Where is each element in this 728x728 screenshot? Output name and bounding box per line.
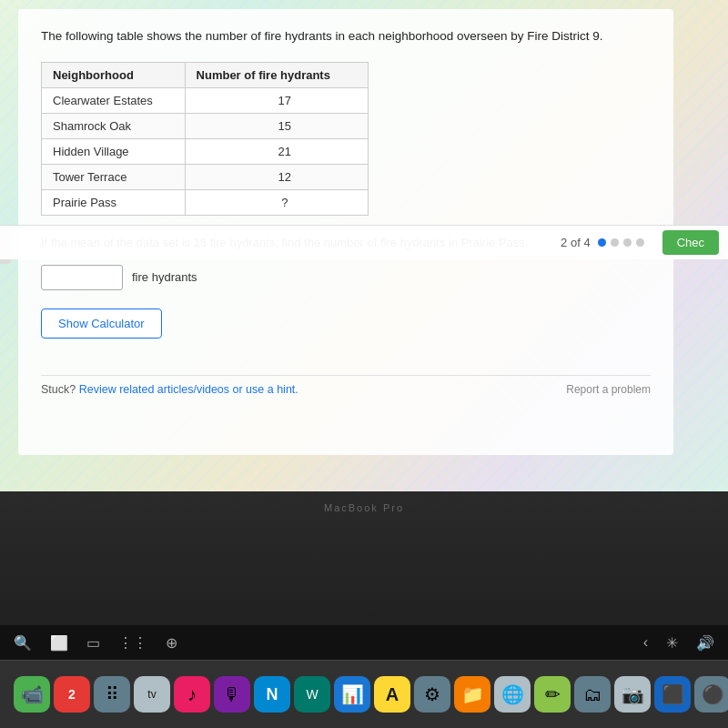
count-cell: 12 bbox=[185, 165, 368, 190]
answer-row: fire hydrants bbox=[41, 265, 651, 290]
dock-music[interactable]: ♪ bbox=[174, 676, 210, 713]
dock: 📹 2 ⠿ tv ♪ 🎙 N W 📊 A ⚙ 📁 🌐 ✏ 🗂 📷 ⬛ ⚫ ⚫ ⚫ bbox=[0, 660, 728, 728]
window-icon: ▭ bbox=[86, 634, 100, 652]
dock-tv[interactable]: tv bbox=[134, 676, 170, 713]
count-cell: 15 bbox=[185, 114, 368, 139]
volume-icon: 🔊 bbox=[696, 634, 714, 652]
col-header-hydrants: Number of fire hydrants bbox=[185, 63, 368, 88]
macbook-bezel: MacBook Pro 🔍 ⬜ ▭ ⋮⋮ ⊕ ‹ ✳ 🔊 📹 2 ⠿ tv ♪ … bbox=[0, 491, 728, 728]
neighborhood-cell: Tower Terrace bbox=[42, 165, 186, 190]
count-cell: ? bbox=[185, 190, 368, 216]
dock-a[interactable]: A bbox=[374, 676, 410, 713]
hint-link[interactable]: Review related articles/videos or use a … bbox=[79, 383, 298, 396]
dock-word[interactable]: W bbox=[294, 676, 330, 713]
progress-area: 2 of 4 Chec bbox=[561, 230, 719, 255]
neighborhood-cell: Shamrock Oak bbox=[42, 114, 186, 139]
count-cell: 17 bbox=[185, 88, 368, 114]
neighborhood-cell: Clearwater Estates bbox=[42, 88, 186, 114]
progress-label: 2 of 4 bbox=[561, 236, 591, 249]
dock-podcasts[interactable]: 🎙 bbox=[214, 676, 250, 713]
bottom-bar: 2 of 4 Chec bbox=[0, 225, 728, 259]
taskbar: 🔍 ⬜ ▭ ⋮⋮ ⊕ ‹ ✳ 🔊 bbox=[0, 625, 728, 660]
dock-chrome[interactable]: 🌐 bbox=[494, 676, 531, 713]
search-icon[interactable]: 🔍 bbox=[14, 634, 32, 652]
check-button[interactable]: Chec bbox=[662, 230, 719, 255]
dock-n[interactable]: N bbox=[254, 676, 290, 713]
neighborhood-cell: Prairie Pass bbox=[42, 190, 186, 216]
table-row: Clearwater Estates17 bbox=[42, 88, 369, 114]
home-icon: ⬜ bbox=[50, 634, 68, 652]
progress-dot-3 bbox=[636, 238, 644, 247]
screen: The following table shows the number of … bbox=[0, 0, 728, 491]
stuck-row: Stuck? Review related articles/videos or… bbox=[41, 375, 651, 396]
progress-dot-1 bbox=[611, 238, 619, 247]
grid-icon: ⋮⋮ bbox=[118, 634, 147, 652]
dock-launchpad[interactable]: ⠿ bbox=[94, 676, 130, 713]
dock-facetime[interactable]: 📹 bbox=[14, 676, 50, 713]
dock-extra2[interactable]: ⚫ bbox=[694, 676, 728, 713]
table-row: Tower Terrace12 bbox=[42, 165, 369, 190]
report-problem-link[interactable]: Report a problem bbox=[566, 383, 651, 396]
neighborhood-cell: Hidden Village bbox=[42, 139, 186, 165]
dock-system[interactable]: ⚙ bbox=[414, 676, 450, 713]
table-row: Prairie Pass? bbox=[42, 190, 369, 216]
dock-chart[interactable]: 📊 bbox=[334, 676, 370, 713]
progress-dot-2 bbox=[623, 238, 632, 247]
add-tab-icon[interactable]: ⊕ bbox=[166, 634, 177, 652]
answer-input[interactable] bbox=[41, 265, 123, 290]
show-calculator-button[interactable]: Show Calculator bbox=[41, 308, 162, 339]
dock-calendar[interactable]: 2 bbox=[54, 676, 90, 713]
stuck-section: Stuck? Review related articles/videos or… bbox=[41, 383, 298, 396]
progress-dots bbox=[598, 238, 644, 247]
dock-screenshot[interactable]: 📷 bbox=[614, 676, 651, 713]
chevron-left-icon: ‹ bbox=[643, 634, 648, 651]
progress-dot-0 bbox=[598, 238, 606, 247]
settings-icon: ✳ bbox=[666, 634, 678, 652]
dock-finder[interactable]: 🗂 bbox=[574, 676, 611, 713]
dock-files[interactable]: 📁 bbox=[454, 676, 490, 713]
count-cell: 21 bbox=[185, 139, 368, 165]
question-intro: The following table shows the number of … bbox=[41, 27, 651, 46]
stuck-label: Stuck? bbox=[41, 383, 76, 396]
data-table: Neighborhood Number of fire hydrants Cle… bbox=[41, 62, 369, 216]
table-row: Shamrock Oak15 bbox=[42, 114, 369, 139]
dock-pen[interactable]: ✏ bbox=[534, 676, 571, 713]
table-row: Hidden Village21 bbox=[42, 139, 369, 165]
macbook-label: MacBook Pro bbox=[324, 502, 404, 513]
dock-extra1[interactable]: ⬛ bbox=[654, 676, 691, 713]
col-header-neighborhood: Neighborhood bbox=[42, 63, 186, 88]
unit-label: fire hydrants bbox=[132, 270, 197, 284]
